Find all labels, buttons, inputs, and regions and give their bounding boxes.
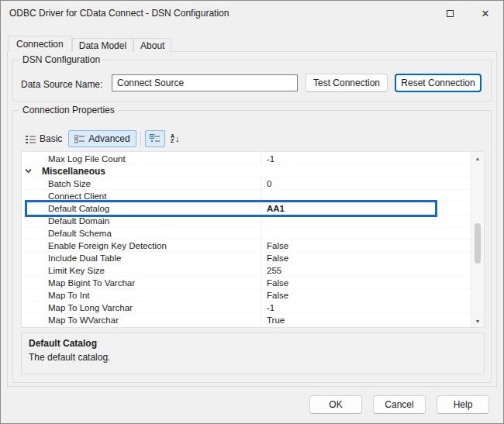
dialog-window: ODBC Driver for CData Connect - DSN Conf… xyxy=(0,0,504,424)
row-gutter xyxy=(22,302,34,313)
row-gutter xyxy=(22,264,34,276)
property-name: Default Schema xyxy=(34,227,261,239)
scroll-up-icon[interactable]: ▲ xyxy=(471,152,484,164)
row-gutter xyxy=(22,240,34,251)
property-name: Limit Key Size xyxy=(34,264,261,276)
basic-view-label: Basic xyxy=(40,133,62,144)
caption-buttons: ✕ xyxy=(432,1,503,26)
row-gutter xyxy=(22,178,34,189)
test-connection-button[interactable]: Test Connection xyxy=(306,74,388,92)
property-grid[interactable]: Max Log File Count-1MiscellaneousBatch S… xyxy=(21,151,485,328)
property-row[interactable]: Map To Long Varchar-1 xyxy=(22,302,471,314)
title-bar[interactable]: ODBC Driver for CData Connect - DSN Conf… xyxy=(1,1,503,26)
dsn-group-title: DSN Configuration xyxy=(19,54,103,65)
advanced-icon xyxy=(74,135,85,143)
reset-connection-button[interactable]: Reset Connection xyxy=(395,74,482,92)
tab-connection[interactable]: Connection xyxy=(8,36,72,52)
property-row[interactable]: Include Dual TableFalse xyxy=(22,252,471,264)
property-name: Max Log File Count xyxy=(34,153,261,164)
row-gutter xyxy=(22,314,34,326)
property-name: Batch Size xyxy=(34,178,261,189)
property-value[interactable] xyxy=(261,227,471,239)
categorized-view-button[interactable] xyxy=(145,130,165,147)
properties-toolbar: Basic Advanced xyxy=(19,129,185,148)
data-source-name-input[interactable] xyxy=(112,74,298,91)
property-row[interactable]: Map Bigint To VarcharFalse xyxy=(22,277,471,289)
maximize-button[interactable] xyxy=(432,1,468,26)
property-value[interactable]: AA1 xyxy=(261,202,471,214)
sort-az-icon: AZ ↓ xyxy=(171,134,180,143)
help-button[interactable]: Help xyxy=(437,395,489,414)
row-gutter xyxy=(22,289,34,301)
connection-properties-group: Connection Properties Basic A xyxy=(12,110,492,383)
property-row[interactable]: Max Log File Count-1 xyxy=(22,153,471,165)
basic-icon xyxy=(26,135,36,143)
property-row[interactable]: Default CatalogAA1 xyxy=(22,202,471,215)
property-value[interactable]: False xyxy=(261,252,471,264)
property-name: Default Catalog xyxy=(34,202,261,214)
property-row[interactable]: Default Domain xyxy=(22,215,471,227)
property-value[interactable]: False xyxy=(261,240,471,251)
close-icon: ✕ xyxy=(482,9,490,19)
property-row[interactable]: Map To WVarcharTrue xyxy=(22,314,471,326)
maximize-icon xyxy=(447,10,454,17)
property-name: Enable Foreign Key Detection xyxy=(34,240,261,251)
property-name: Miscellaneous xyxy=(34,165,471,177)
property-value[interactable]: False xyxy=(261,289,471,301)
categorized-icon xyxy=(150,134,160,143)
row-gutter xyxy=(22,190,34,202)
cancel-button[interactable]: Cancel xyxy=(373,395,426,414)
description-title: Default Catalog xyxy=(29,338,477,349)
dsn-configuration-group: DSN Configuration Data Source Name: Test… xyxy=(12,60,492,102)
row-gutter xyxy=(22,215,34,226)
property-grid-rows: Max Log File Count-1MiscellaneousBatch S… xyxy=(22,153,471,326)
property-row[interactable]: Connect Client xyxy=(22,190,471,202)
property-value[interactable]: 255 xyxy=(261,264,471,276)
property-row[interactable]: Batch Size0 xyxy=(22,178,471,190)
property-value[interactable] xyxy=(261,215,471,226)
property-name: Connect Client xyxy=(34,190,261,202)
row-gutter xyxy=(22,153,34,164)
property-value[interactable]: 0 xyxy=(261,178,471,189)
property-description-panel: Default Catalog The default catalog. xyxy=(21,333,485,374)
vertical-scrollbar[interactable]: ▲ ▼ xyxy=(471,152,484,327)
category-row[interactable]: Miscellaneous xyxy=(22,165,471,178)
property-row[interactable]: Map To IntFalse xyxy=(22,289,471,302)
property-value[interactable]: True xyxy=(261,314,471,326)
tab-page-connection: DSN Configuration Data Source Name: Test… xyxy=(7,51,497,387)
toolbar-separator xyxy=(140,132,141,146)
property-row[interactable]: Limit Key Size255 xyxy=(22,264,471,277)
property-name: Map To Int xyxy=(34,289,261,301)
scroll-down-icon[interactable]: ▼ xyxy=(471,315,484,327)
window-title: ODBC Driver for CData Connect - DSN Conf… xyxy=(9,8,229,19)
tab-strip: Connection Data Model About xyxy=(8,36,171,52)
chevron-down-icon[interactable] xyxy=(22,165,34,177)
property-name: Include Dual Table xyxy=(34,252,261,264)
row-gutter xyxy=(22,252,34,264)
scrollbar-thumb[interactable] xyxy=(475,223,481,264)
row-gutter xyxy=(22,202,34,214)
advanced-view-button[interactable]: Advanced xyxy=(68,130,136,147)
description-text: The default catalog. xyxy=(29,352,477,363)
sort-alphabetical-button[interactable]: AZ ↓ xyxy=(165,130,185,147)
tab-about[interactable]: About xyxy=(133,38,171,52)
property-name: Map Bigint To Varchar xyxy=(34,277,261,288)
row-gutter xyxy=(22,227,34,239)
advanced-view-label: Advanced xyxy=(88,133,129,144)
connection-properties-title: Connection Properties xyxy=(19,105,118,115)
data-source-name-label: Data Source Name: xyxy=(21,79,102,90)
basic-view-button[interactable]: Basic xyxy=(19,130,68,147)
property-value[interactable]: False xyxy=(261,277,471,288)
property-name: Map To WVarchar xyxy=(34,314,261,326)
property-value[interactable] xyxy=(261,190,471,202)
property-value[interactable]: -1 xyxy=(261,302,471,313)
property-row[interactable]: Enable Foreign Key DetectionFalse xyxy=(22,240,471,252)
property-value[interactable]: -1 xyxy=(261,153,471,164)
tab-data-model[interactable]: Data Model xyxy=(72,38,133,52)
ok-button[interactable]: OK xyxy=(309,395,362,414)
property-row[interactable]: Default Schema xyxy=(22,227,471,240)
row-gutter xyxy=(22,277,34,288)
close-button[interactable]: ✕ xyxy=(468,1,503,26)
property-name: Default Domain xyxy=(34,215,261,226)
property-name: Map To Long Varchar xyxy=(34,302,261,313)
